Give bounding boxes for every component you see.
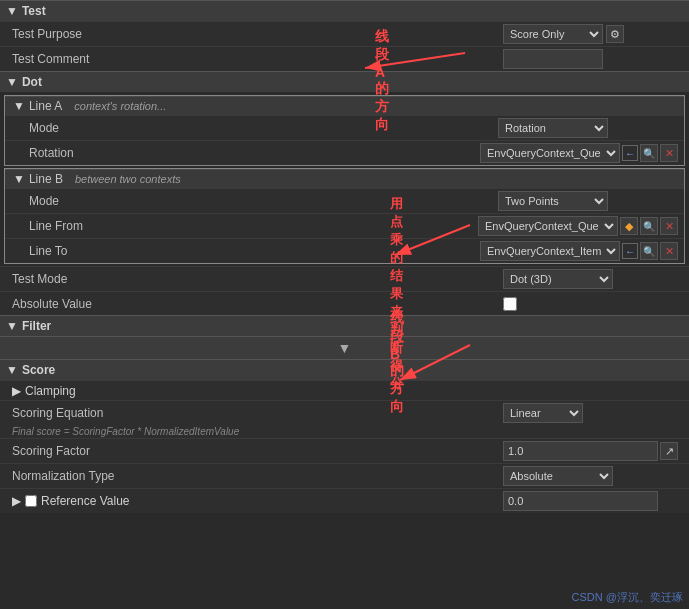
test-mode-select[interactable]: Dot (3D): [503, 269, 613, 289]
scoring-eq-select[interactable]: Linear: [503, 403, 583, 423]
norm-type-label: Normalization Type: [12, 469, 503, 483]
line-a-header: ▼ Line A context's rotation...: [5, 96, 684, 115]
line-b-from-row: Line From EnvQueryContext_Querier ◆ 🔍 ✕: [5, 213, 684, 238]
filter-section-header: ▼ Filter: [0, 315, 689, 336]
line-b-label: Line B: [29, 172, 63, 186]
scoring-eq-row: Scoring Equation Linear: [0, 400, 689, 425]
test-comment-label: Test Comment: [12, 52, 503, 66]
line-a-rotation-label: Rotation: [29, 146, 480, 160]
test-section-label: Test: [22, 4, 46, 18]
test-purpose-icon-btn[interactable]: ⚙: [606, 25, 624, 43]
line-a-arrow-btn[interactable]: ←: [622, 145, 638, 161]
ref-value-left: ▶ Reference Value: [12, 494, 503, 508]
ref-value-row: ▶ Reference Value: [0, 488, 689, 513]
test-triangle-icon: ▼: [6, 4, 18, 18]
abs-value-checkbox-container: [503, 297, 683, 311]
dot-section-label: Dot: [22, 75, 42, 89]
line-b-to-label: Line To: [29, 244, 480, 258]
line-b-mode-select[interactable]: Two Points: [498, 191, 608, 211]
line-b-context: between two contexts: [75, 173, 181, 185]
scoring-factor-row: Scoring Factor ↗: [0, 438, 689, 463]
norm-type-select[interactable]: Absolute: [503, 466, 613, 486]
line-b-from-value: EnvQueryContext_Querier ◆ 🔍 ✕: [478, 216, 678, 236]
filter-section-label: Filter: [22, 319, 51, 333]
line-a-label: Line A: [29, 99, 62, 113]
clamping-label: Clamping: [25, 384, 76, 398]
line-b-from-select[interactable]: EnvQueryContext_Querier: [478, 216, 618, 236]
filter-triangle-icon: ▼: [6, 319, 18, 333]
abs-value-row: Absolute Value: [0, 291, 689, 315]
line-a-search-btn[interactable]: 🔍: [640, 144, 658, 162]
ref-value-checkbox[interactable]: [25, 495, 37, 507]
norm-type-row: Normalization Type Absolute: [0, 463, 689, 488]
ref-value-label: Reference Value: [41, 494, 130, 508]
line-b-from-x-btn[interactable]: ✕: [660, 217, 678, 235]
line-b-from-label: Line From: [29, 219, 478, 233]
test-comment-value: [503, 49, 683, 69]
watermark: CSDN @浮沉、奕迁琢: [572, 590, 683, 605]
test-purpose-row: Test Purpose Score Only ⚙: [0, 21, 689, 46]
test-purpose-select[interactable]: Score Only: [503, 24, 603, 44]
ref-value-input[interactable]: [503, 491, 658, 511]
line-b-box: ▼ Line B between two contexts Mode Two P…: [4, 168, 685, 264]
test-purpose-label: Test Purpose: [12, 27, 503, 41]
line-a-box: ▼ Line A context's rotation... Mode Rota…: [4, 95, 685, 166]
line-b-mode-label: Mode: [29, 194, 498, 208]
line-b-from-diamond-btn[interactable]: ◆: [620, 217, 638, 235]
line-a-mode-row: Mode Rotation: [5, 115, 684, 140]
test-comment-row: Test Comment: [0, 46, 689, 71]
line-b-to-search-btn[interactable]: 🔍: [640, 242, 658, 260]
line-a-triangle: ▼: [13, 99, 25, 113]
line-a-mode-select[interactable]: Rotation: [498, 118, 608, 138]
test-purpose-value: Score Only ⚙: [503, 24, 683, 44]
scoring-eq-value: Linear: [503, 403, 683, 423]
scoring-factor-label: Scoring Factor: [12, 444, 503, 458]
score-section-label: Score: [22, 363, 55, 377]
line-a-rotation-select[interactable]: EnvQueryContext_Querier: [480, 143, 620, 163]
line-b-to-select[interactable]: EnvQueryContext_Item: [480, 241, 620, 261]
abs-value-label: Absolute Value: [12, 297, 503, 311]
test-comment-input[interactable]: [503, 49, 603, 69]
filter-collapse-area: ▼: [0, 336, 689, 359]
line-b-header: ▼ Line B between two contexts: [5, 169, 684, 188]
line-a-context: context's rotation...: [74, 100, 166, 112]
scoring-factor-input[interactable]: [503, 441, 658, 461]
dot-triangle-icon: ▼: [6, 75, 18, 89]
line-a-x-btn[interactable]: ✕: [660, 144, 678, 162]
line-a-mode-value: Rotation: [498, 118, 678, 138]
line-b-mode-value: Two Points: [498, 191, 678, 211]
line-b-to-arrow-btn[interactable]: ←: [622, 243, 638, 259]
test-mode-value: Dot (3D): [503, 269, 683, 289]
score-triangle-icon: ▼: [6, 363, 18, 377]
line-b-from-search-btn[interactable]: 🔍: [640, 217, 658, 235]
score-section-header: ▼ Score: [0, 359, 689, 380]
line-b-to-x-btn[interactable]: ✕: [660, 242, 678, 260]
abs-value-checkbox[interactable]: [503, 297, 517, 311]
ref-value-input-area: [503, 491, 683, 511]
scoring-hint: Final score = ScoringFactor * Normalized…: [0, 425, 689, 438]
test-mode-label: Test Mode: [12, 272, 503, 286]
test-section-header: ▼ Test: [0, 0, 689, 21]
scoring-factor-expand-btn[interactable]: ↗: [660, 442, 678, 460]
line-b-mode-row: Mode Two Points: [5, 188, 684, 213]
line-b-triangle: ▼: [13, 172, 25, 186]
line-b-to-value: EnvQueryContext_Item ← 🔍 ✕: [480, 241, 678, 261]
filter-collapse-btn[interactable]: ▼: [338, 340, 352, 356]
test-mode-row: Test Mode Dot (3D): [0, 266, 689, 291]
clamping-triangle: ▶: [12, 384, 21, 398]
ref-value-triangle: ▶: [12, 494, 21, 508]
scoring-eq-label: Scoring Equation: [12, 406, 503, 420]
line-a-mode-label: Mode: [29, 121, 498, 135]
dot-section-header: ▼ Dot: [0, 71, 689, 92]
line-b-to-row: Line To EnvQueryContext_Item ← 🔍 ✕: [5, 238, 684, 263]
norm-type-value: Absolute: [503, 466, 683, 486]
scoring-factor-value: ↗: [503, 441, 683, 461]
line-a-rotation-row: Rotation EnvQueryContext_Querier ← 🔍 ✕: [5, 140, 684, 165]
clamping-row: ▶ Clamping: [0, 380, 689, 400]
line-a-rotation-value: EnvQueryContext_Querier ← 🔍 ✕: [480, 143, 678, 163]
